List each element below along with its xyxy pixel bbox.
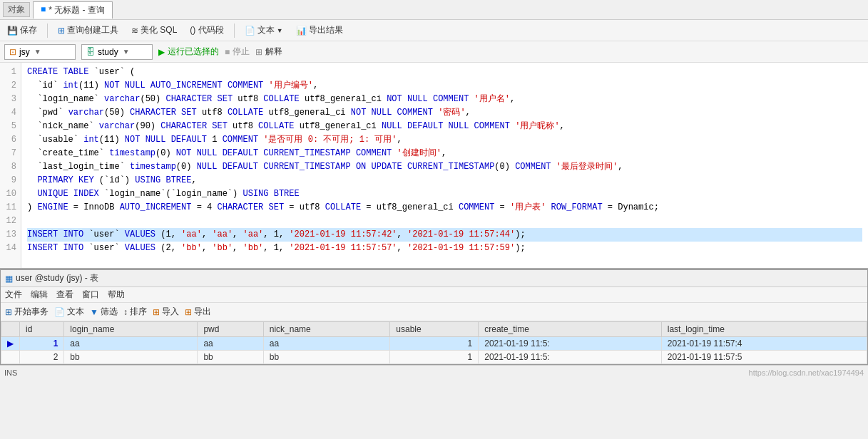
cell-create-time-2[interactable]: 2021-01-19 11:5: [479, 351, 662, 364]
text-icon: 📄 [245, 26, 255, 36]
table-row[interactable]: ▶ 1 aa aa aa 1 2021-01-19 11:5: 2021-01-… [1, 337, 867, 351]
text-mode-label: 文本 [67, 306, 84, 318]
server-dropdown-arrow: ▼ [34, 48, 41, 56]
table-menu-bar: 文件 编辑 查看 窗口 帮助 [1, 287, 867, 303]
begin-transaction-button[interactable]: ⊞ 开始事务 [5, 306, 48, 318]
export-button[interactable]: ⊞ 导出 [185, 306, 211, 318]
database-dropdown-arrow: ▼ [123, 48, 130, 56]
table-toolbar: ⊞ 开始事务 📄 文本 ▼ 筛选 ↕ 排序 ⊞ 导入 ⊞ 导出 [1, 303, 867, 321]
text-button[interactable]: 📄 文本 ▼ [242, 23, 286, 38]
table-row[interactable]: 2 bb bb bb 1 2021-01-19 11:5: 2021-01-19… [1, 351, 867, 364]
filter-icon: ▼ [90, 307, 98, 317]
beautify-label: 美化 SQL [141, 24, 177, 36]
text-label: 文本 [257, 24, 275, 36]
stop-icon: ■ [225, 47, 230, 57]
watermark-text: https://blog.csdn.net/xac1974494 [749, 368, 864, 377]
col-pwd[interactable]: pwd [198, 322, 263, 337]
filter-button[interactable]: ▼ 筛选 [90, 306, 118, 318]
table-grid-icon: ▦ [5, 274, 13, 284]
database-name: study [98, 47, 118, 57]
connection-bar: ⊡ jsy ▼ 🗄 study ▼ ▶ 运行已选择的 ■ 停止 ⊞ 解释 [0, 41, 868, 63]
query-builder-label: 查询创建工具 [67, 24, 118, 36]
status-bar: INS https://blog.csdn.net/xac1974494 [0, 365, 868, 379]
explain-label: 解释 [265, 46, 282, 58]
cell-pwd-2[interactable]: bb [198, 351, 263, 364]
code-body[interactable]: CREATE TABLE `user` ( `id` int(11) NOT N… [21, 63, 868, 268]
stop-button[interactable]: ■ 停止 [225, 46, 250, 58]
beautify-icon: ≋ [131, 26, 138, 36]
col-usable[interactable]: usable [390, 322, 479, 337]
begin-transaction-label: 开始事务 [14, 306, 48, 318]
filter-label: 筛选 [101, 306, 118, 318]
main-toolbar: 💾 保存 ⊞ 查询创建工具 ≋ 美化 SQL () 代码段 📄 文本 ▼ 📊 导… [0, 20, 868, 41]
code-editor[interactable]: 12345 678910 11121314 CREATE TABLE `user… [0, 63, 868, 269]
text-dropdown-icon: ▼ [277, 27, 283, 34]
cell-login-name-2[interactable]: bb [64, 351, 198, 364]
data-table-container: id login_name pwd nick_name usable creat… [1, 321, 867, 364]
cell-usable-1[interactable]: 1 [390, 337, 479, 351]
import-button[interactable]: ⊞ 导入 [153, 306, 179, 318]
table-title-bar: ▦ user @study (jsy) - 表 [1, 270, 867, 287]
run-label: 运行已选择的 [168, 46, 219, 58]
query-builder-button[interactable]: ⊞ 查询创建工具 [55, 23, 121, 38]
row-indicator-1: ▶ [1, 337, 20, 351]
cell-id-2[interactable]: 2 [20, 351, 64, 364]
object-tab[interactable]: 对象 [3, 2, 30, 17]
table-header-row: id login_name pwd nick_name usable creat… [1, 322, 867, 337]
import-icon: ⊞ [153, 307, 160, 317]
export-icon: ⊞ [185, 307, 192, 317]
export-label: 导出 [194, 306, 211, 318]
database-icon: 🗄 [86, 47, 95, 57]
cell-usable-2[interactable]: 1 [390, 351, 479, 364]
menu-window[interactable]: 窗口 [82, 289, 99, 301]
col-indicator [1, 322, 20, 337]
query-builder-icon: ⊞ [58, 26, 65, 36]
col-last-login-time[interactable]: last_login_time [661, 322, 867, 337]
begin-transaction-icon: ⊞ [5, 307, 12, 317]
table-window-title: user @study (jsy) - 表 [16, 272, 98, 284]
line-numbers: 12345 678910 11121314 [0, 63, 21, 268]
code-snippet-label: () 代码段 [190, 24, 223, 36]
ins-label: INS [4, 368, 17, 377]
menu-edit[interactable]: 编辑 [31, 289, 48, 301]
code-snippet-button[interactable]: () 代码段 [187, 23, 226, 38]
text-mode-button[interactable]: 📄 文本 [54, 306, 84, 318]
beautify-sql-button[interactable]: ≋ 美化 SQL [128, 23, 180, 38]
cell-nick-name-1[interactable]: aa [263, 337, 390, 351]
col-create-time[interactable]: create_time [479, 322, 662, 337]
run-button[interactable]: ▶ 运行已选择的 [158, 46, 219, 58]
cell-create-time-1[interactable]: 2021-01-19 11:5: [479, 337, 662, 351]
export-result-button[interactable]: 📊 导出结果 [293, 23, 346, 38]
server-icon: ⊡ [9, 47, 16, 57]
server-name: jsy [19, 47, 30, 57]
sort-icon: ↕ [123, 307, 128, 317]
col-nick-name[interactable]: nick_name [263, 322, 390, 337]
export-icon: 📊 [296, 26, 307, 36]
run-icon: ▶ [158, 47, 165, 57]
row-indicator-2 [1, 351, 20, 364]
save-icon: 💾 [7, 26, 18, 36]
cell-pwd-1[interactable]: aa [198, 337, 263, 351]
col-id[interactable]: id [20, 322, 64, 337]
menu-help[interactable]: 帮助 [108, 289, 125, 301]
explain-button[interactable]: ⊞ 解释 [255, 46, 282, 58]
sort-button[interactable]: ↕ 排序 [123, 306, 147, 318]
cell-nick-name-2[interactable]: bb [263, 351, 390, 364]
menu-view[interactable]: 查看 [56, 289, 73, 301]
main-window: 对象 ■ * 无标题 - 查询 💾 保存 ⊞ 查询创建工具 ≋ 美化 SQL (… [0, 0, 868, 439]
cell-last-login-time-2[interactable]: 2021-01-19 11:57:5 [661, 351, 867, 364]
col-login-name[interactable]: login_name [64, 322, 198, 337]
stop-label: 停止 [233, 46, 250, 58]
cell-id-1[interactable]: 1 [20, 337, 64, 351]
database-select[interactable]: 🗄 study ▼ [81, 44, 153, 60]
server-select[interactable]: ⊡ jsy ▼ [4, 44, 76, 60]
title-bar: 对象 ■ * 无标题 - 查询 [0, 0, 868, 20]
cell-last-login-time-1[interactable]: 2021-01-19 11:57:4 [661, 337, 867, 351]
query-tab[interactable]: ■ * 无标题 - 查询 [33, 1, 113, 19]
save-button[interactable]: 💾 保存 [4, 23, 40, 38]
import-label: 导入 [162, 306, 179, 318]
menu-file[interactable]: 文件 [5, 289, 22, 301]
cell-login-name-1[interactable]: aa [64, 337, 198, 351]
separator-1 [47, 24, 48, 38]
export-label: 导出结果 [309, 24, 343, 36]
